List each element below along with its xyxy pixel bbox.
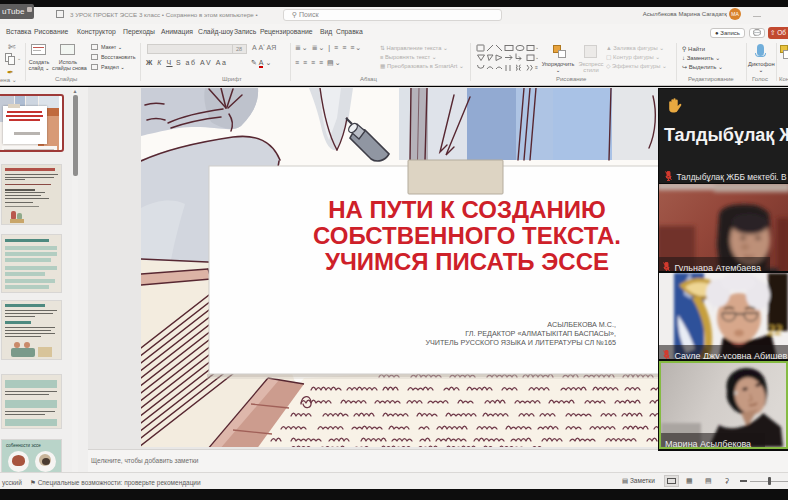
svg-text:НА ПУТИ К СОЗДАНИЮ: НА ПУТИ К СОЗДАНИЮ [328, 196, 606, 223]
svg-text:22: 22 [767, 323, 782, 338]
svg-text:УЧИМСЯ ПИСАТЬ ЭССЕ: УЧИМСЯ ПИСАТЬ ЭССЕ [325, 248, 609, 275]
svg-text:⌄: ⌄ [535, 44, 538, 50]
svg-text:ГЛ. РЕДАКТОР «АЛМАТЫКІТАП БАСП: ГЛ. РЕДАКТОР «АЛМАТЫКІТАП БАСПАСЫ», [465, 329, 616, 338]
svg-text:СОБСТВЕННОГО ТЕКСТА.: СОБСТВЕННОГО ТЕКСТА. [313, 222, 621, 249]
svg-text:УЧИТЕЛЬ РУССКОГО ЯЗЫКА И ЛИТЕР: УЧИТЕЛЬ РУССКОГО ЯЗЫКА И ЛИТЕРАТУРЫ СЛ №… [425, 338, 616, 347]
svg-text:⌄: ⌄ [535, 54, 538, 60]
svg-text:АСЫЛБЕКОВА М.С.,: АСЫЛБЕКОВА М.С., [547, 320, 616, 329]
